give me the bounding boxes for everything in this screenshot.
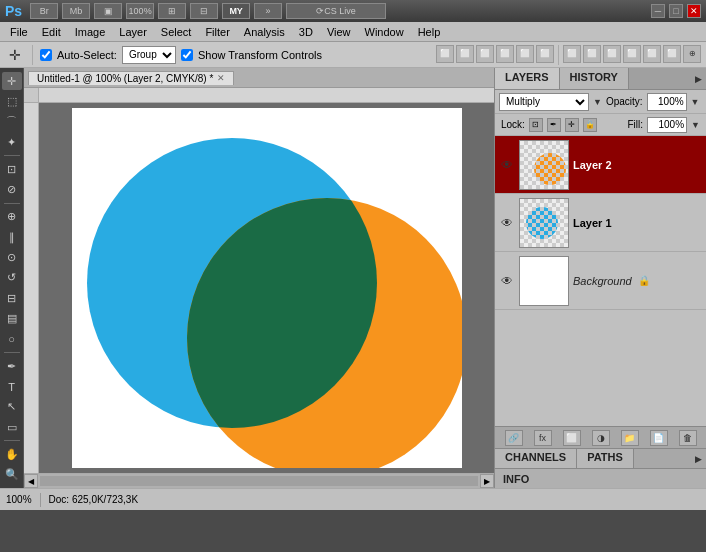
tab-paths[interactable]: PATHS [577,449,634,468]
history-brush-button[interactable]: ↺ [2,269,22,287]
lock-move-icon[interactable]: ✛ [565,118,579,132]
mb-icon[interactable]: Mb [62,3,90,19]
layer1-visibility-toggle[interactable]: 👁 [499,215,515,231]
dodge-button[interactable]: ○ [2,330,22,348]
link-layers-button[interactable]: 🔗 [505,430,523,446]
align-middle-icon[interactable]: ⬜ [516,45,534,63]
align-left-icon[interactable]: ⬜ [436,45,454,63]
align-top-icon[interactable]: ⬜ [496,45,514,63]
auto-align-icon[interactable]: ⊕ [683,45,701,63]
lasso-tool-button[interactable]: ⌒ [2,113,22,131]
menu-view[interactable]: View [321,25,357,39]
distribute-left-icon[interactable]: ⬜ [563,45,581,63]
layer-item-background[interactable]: 👁 Background 🔒 [495,252,706,310]
menu-select[interactable]: Select [155,25,198,39]
menu-analysis[interactable]: Analysis [238,25,291,39]
close-button[interactable]: ✕ [687,4,701,18]
lock-all-icon[interactable]: 🔒 [583,118,597,132]
healing-brush-button[interactable]: ⊕ [2,208,22,226]
marquee-tool-button[interactable]: ⬚ [2,92,22,110]
distribute-right-icon[interactable]: ⬜ [603,45,621,63]
layer1-thumbnail [519,198,569,248]
tool-separator-4 [4,440,20,441]
arrange-icon[interactable]: ⊟ [190,3,218,19]
eraser-button[interactable]: ⊟ [2,289,22,307]
menu-layer[interactable]: Layer [113,25,153,39]
auto-select-dropdown[interactable]: Group Layer [122,46,176,64]
my-badge[interactable]: MY [222,3,250,19]
sub-panel-menu-arrow[interactable]: ▶ [691,449,706,468]
distribute-bottom-icon[interactable]: ⬜ [663,45,681,63]
tool-separator-2 [4,203,20,204]
extend-icon[interactable]: » [254,3,282,19]
crop-tool-button[interactable]: ⊡ [2,160,22,178]
tab-channels[interactable]: CHANNELS [495,449,577,468]
scroll-track-h[interactable] [40,476,478,486]
eyedropper-button[interactable]: ⊘ [2,181,22,199]
shape-tool-button[interactable]: ▭ [2,418,22,436]
opacity-arrow: ▼ [691,97,700,107]
scroll-left-button[interactable]: ◀ [24,474,38,488]
menu-image[interactable]: Image [69,25,112,39]
distribute-top-icon[interactable]: ⬜ [623,45,641,63]
new-layer-button[interactable]: 📄 [650,430,668,446]
align-right-icon[interactable]: ⬜ [476,45,494,63]
menu-filter[interactable]: Filter [199,25,235,39]
zoom-status: 100% [6,494,32,505]
path-select-button[interactable]: ↖ [2,398,22,416]
pen-tool-button[interactable]: ✒ [2,357,22,375]
zoom-control[interactable]: 100% [126,3,154,19]
options-divider-1 [32,45,33,65]
layer-item-layer2[interactable]: 👁 Layer 2 [495,136,706,194]
text-tool-button[interactable]: T [2,377,22,395]
hand-tool-button[interactable]: ✋ [2,445,22,463]
layer-item-layer1[interactable]: 👁 Layer 1 [495,194,706,252]
menu-help[interactable]: Help [412,25,447,39]
auto-select-checkbox[interactable] [40,49,52,61]
background-visibility-toggle[interactable]: 👁 [499,273,515,289]
delete-layer-button[interactable]: 🗑 [679,430,697,446]
scroll-right-button[interactable]: ▶ [480,474,494,488]
br-icon[interactable]: Br [30,3,58,19]
distribute-h-icon[interactable]: ⬜ [583,45,601,63]
minimize-button[interactable]: ─ [651,4,665,18]
brush-tool-button[interactable]: ∥ [2,228,22,246]
add-mask-button[interactable]: ⬜ [563,430,581,446]
layer2-thumbnail [519,140,569,190]
canvas-tab[interactable]: Untitled-1 @ 100% (Layer 2, CMYK/8) * ✕ [28,71,234,85]
lock-transparency-icon[interactable]: ⊡ [529,118,543,132]
clone-stamp-button[interactable]: ⊙ [2,248,22,266]
menu-3d[interactable]: 3D [293,25,319,39]
move-tool-button[interactable]: ✛ [2,72,22,90]
layer1-name: Layer 1 [573,217,612,229]
horizontal-scrollbar[interactable]: ◀ ▶ [24,473,494,488]
maximize-button[interactable]: □ [669,4,683,18]
canvas-tab-close[interactable]: ✕ [217,73,225,83]
view-icon[interactable]: ⊞ [158,3,186,19]
menu-window[interactable]: Window [359,25,410,39]
tab-history[interactable]: HISTORY [560,68,629,89]
new-group-button[interactable]: 📁 [621,430,639,446]
lock-paint-icon[interactable]: ✒ [547,118,561,132]
add-adjustment-button[interactable]: ◑ [592,430,610,446]
blend-mode-select[interactable]: Multiply Normal Screen Overlay [499,93,589,111]
fill-input[interactable] [647,117,687,133]
show-transform-checkbox[interactable] [181,49,193,61]
fx-button[interactable]: fx [534,430,552,446]
quick-select-button[interactable]: ✦ [2,133,22,151]
sync-icon[interactable]: ⟳ CS Live [286,3,386,19]
canvas-content[interactable] [39,103,494,473]
layer2-visibility-toggle[interactable]: 👁 [499,157,515,173]
gradient-button[interactable]: ▤ [2,309,22,327]
screen-mode-icon[interactable]: ▣ [94,3,122,19]
zoom-tool-button[interactable]: 🔍 [2,466,22,484]
info-tab[interactable]: INFO [495,468,706,488]
opacity-input[interactable] [647,93,687,111]
menu-edit[interactable]: Edit [36,25,67,39]
distribute-middle-icon[interactable]: ⬜ [643,45,661,63]
align-center-h-icon[interactable]: ⬜ [456,45,474,63]
panel-menu-arrow[interactable]: ▶ [691,68,706,89]
align-bottom-icon[interactable]: ⬜ [536,45,554,63]
menu-file[interactable]: File [4,25,34,39]
tab-layers[interactable]: LAYERS [495,68,560,89]
